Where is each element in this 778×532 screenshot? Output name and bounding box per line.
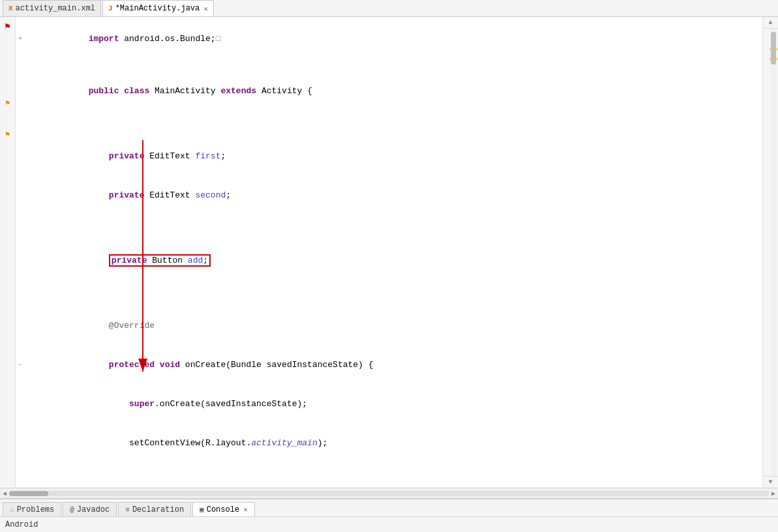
code-editor[interactable]: + import android.os.Bundle;□ public clas… [16, 17, 762, 488]
set-content-view: setContentView(R.layout. [129, 438, 251, 448]
tab-close-icon[interactable]: ✕ [203, 5, 208, 13]
code-line-override: @Override [16, 306, 762, 346]
kw-extends: extends [220, 86, 261, 96]
var-first: first [195, 151, 220, 161]
code-line-5 [16, 124, 762, 137]
tab-activity-main[interactable]: X activity_main.xml [3, 0, 101, 16]
console-close-icon[interactable]: ✕ [243, 505, 248, 514]
gutter-icon-2: ⚑ [3, 98, 13, 108]
line-content-b1 [25, 463, 762, 476]
code-line-4 [16, 111, 762, 124]
bottom-tab-label-javadoc: Javadoc [77, 505, 110, 514]
kw-private-1: private [109, 151, 149, 161]
gutter-icon-3: ⚑ [3, 129, 13, 140]
line-content-b2 [25, 476, 762, 488]
code-line-1: + import android.os.Bundle;□ [16, 20, 762, 59]
line-content-override: @Override [25, 306, 762, 346]
semi-2: ; [226, 190, 231, 200]
code-line-6: private EditText first; [16, 137, 762, 176]
code-line-7: private EditText second; [16, 176, 762, 215]
declaration-icon: ≡ [125, 506, 130, 514]
java-icon: J [108, 5, 113, 12]
warning-icon: ⚠ [10, 505, 14, 514]
line-content-8 [25, 215, 762, 228]
type-edittext-2: EditText [149, 190, 195, 200]
tab-label-main-activity: *MainActivity.java [115, 4, 200, 13]
kw-private-2: private [109, 190, 149, 200]
line-content-oncreate: protected void onCreate(Bundle savedInst… [25, 346, 762, 385]
bottom-tabs: ⚠ Problems @ Javadoc ≡ Declaration ▣ Con… [0, 498, 778, 516]
scv-close: ); [318, 438, 328, 448]
layout-name: activity_main [251, 438, 317, 448]
line-content-scv: setContentView(R.layout.activity_main); [25, 424, 762, 463]
tab-main-activity[interactable]: J *MainActivity.java ✕ [102, 0, 214, 16]
left-gutter: ⚑ ⚑ ⚑ [0, 17, 16, 488]
red-box-declaration: private Button add; [109, 254, 211, 267]
super-call: .onCreate(savedInstanceState); [155, 399, 307, 409]
kw-class: class [124, 86, 155, 96]
xml-icon: X [8, 5, 13, 12]
line-content-7: private EditText second; [25, 176, 762, 215]
code-line-super: super.onCreate(savedInstanceState); [16, 385, 762, 424]
line-content-4 [25, 111, 762, 124]
status-bar: Android [0, 516, 778, 532]
line-content-super: super.onCreate(savedInstanceState); [25, 385, 762, 424]
code-line-b1 [16, 463, 762, 476]
line-content-11 [25, 280, 762, 293]
code-line-9 [16, 228, 762, 241]
bottom-tab-label-console: Console [207, 505, 239, 514]
line-content-5 [25, 124, 762, 137]
line-content-2 [25, 59, 762, 72]
vscroll-thumb[interactable] [771, 32, 776, 65]
code-lines: + import android.os.Bundle;□ public clas… [16, 20, 762, 488]
kw-protected: protected [109, 360, 160, 370]
kw-import: import [89, 34, 125, 44]
annotation-override: @Override [109, 321, 155, 331]
semi-add: ; [203, 256, 208, 265]
hscroll-right-btn[interactable]: ▶ [771, 490, 775, 497]
code-line-11 [16, 280, 762, 293]
classname: MainActivity [155, 86, 220, 96]
console-icon: ▣ [200, 505, 204, 514]
var-add-decl: add [188, 256, 203, 265]
gutter-icon-1: ⚑ [3, 21, 13, 31]
line-content-3: public class MainActivity extends Activi… [25, 72, 762, 111]
bottom-tab-javadoc[interactable]: @ Javadoc [63, 502, 117, 516]
scroll-down-btn[interactable]: ▼ [768, 479, 772, 486]
import-text: android.os.Bundle; [124, 34, 215, 44]
bottom-tab-declaration[interactable]: ≡ Declaration [118, 502, 191, 516]
mini-map [763, 29, 779, 476]
editor-container: ⚑ ⚑ ⚑ + import android.os.Bundle;□ [0, 17, 778, 488]
type-button: Button [152, 256, 188, 265]
bottom-tab-label-problems: Problems [17, 505, 55, 514]
code-line-2 [16, 59, 762, 72]
end-marker: □ [216, 34, 221, 44]
bottom-tab-console[interactable]: ▣ Console ✕ [192, 502, 255, 516]
code-line-setcontentview: setContentView(R.layout.activity_main); [16, 424, 762, 463]
line-content-6: private EditText first; [25, 137, 762, 176]
hscroll-track[interactable] [9, 491, 769, 496]
code-line-3: public class MainActivity extends Activi… [16, 72, 762, 111]
h-scrollbar: ◀ ▶ [0, 488, 778, 498]
var-second: second [195, 190, 226, 200]
kw-void-1: void [160, 360, 185, 370]
method-oncreate: onCreate(Bundle savedInstanceState) { [185, 360, 374, 370]
fold-1[interactable]: + [16, 33, 25, 46]
kw-public: public [89, 86, 125, 96]
hscroll-left-btn[interactable]: ◀ [3, 490, 7, 497]
code-line-add-decl: private Button add; [16, 241, 762, 280]
right-panel: ▲ ▼ [762, 17, 778, 488]
hscroll-thumb[interactable] [9, 491, 48, 496]
line-content-12 [25, 293, 762, 306]
code-line-b2 [16, 476, 762, 488]
code-line-12 [16, 293, 762, 306]
bottom-tab-problems[interactable]: ⚠ Problems [3, 502, 61, 516]
superclass: Activity { [262, 86, 312, 96]
kw-private-add: private [112, 256, 152, 265]
scroll-up-btn[interactable]: ▲ [768, 19, 772, 26]
code-scroll[interactable]: + import android.os.Bundle;□ public clas… [16, 17, 762, 488]
fold-oncreate[interactable]: - [16, 359, 25, 372]
bottom-tab-label-declaration: Declaration [132, 505, 184, 514]
tab-bar: X activity_main.xml J *MainActivity.java… [0, 0, 778, 17]
line-content-1: import android.os.Bundle;□ [25, 20, 762, 59]
